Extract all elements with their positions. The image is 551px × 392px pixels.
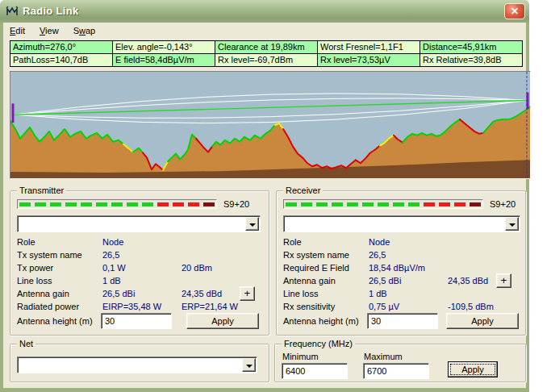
tx-row-role: RoleNode	[17, 237, 259, 249]
info-cell: Rx level=-69,7dBm	[215, 54, 317, 66]
info-cell: Distance=45,91km	[420, 41, 522, 53]
menu-view[interactable]: View	[40, 26, 59, 35]
menu-bar: Edit View Swap	[3, 23, 526, 39]
signal-segment	[362, 202, 374, 206]
close-button[interactable]: ✕	[504, 3, 525, 19]
info-cell: E field=58,4dBµV/m	[113, 54, 215, 66]
info-cell: PathLoss=140,7dB	[10, 54, 112, 66]
signal-segment	[301, 202, 312, 206]
window-title: Radio Link	[23, 5, 78, 17]
info-cell: Clearance at 19,89km	[215, 41, 317, 53]
rx-row-antenna-gain: Antenna gain26,5 dBi24,35 dBd	[283, 276, 525, 288]
receiver-group-label: Receiver	[283, 186, 323, 195]
net-combobox[interactable]	[17, 357, 257, 373]
title-bar: Radio Link ✕	[0, 0, 529, 23]
tx-antenna-height-label: Antenna height (m)	[17, 316, 93, 326]
signal-segment	[203, 202, 215, 206]
signal-segment	[393, 202, 404, 206]
frequency-min-label: Minimum	[282, 352, 319, 361]
rx-antenna-height-input[interactable]	[367, 313, 438, 329]
link-status-panel: Azimuth=276,0°Elev. angle=-0,143°Clearan…	[10, 40, 523, 67]
frequency-max-label: Maximum	[364, 352, 403, 361]
rx-unit-combobox-value	[284, 216, 504, 231]
signal-segment	[127, 202, 138, 206]
tx-unit-combobox-value	[18, 216, 244, 231]
signal-segment	[50, 202, 61, 206]
signal-segment	[332, 202, 343, 206]
frequency-group-label: Frequency (MHz)	[282, 339, 355, 348]
signal-segment	[35, 202, 46, 206]
rx-antenna-height-label: Antenna height (m)	[283, 316, 359, 326]
frequency-group: Frequency (MHz) Minimum Maximum Apply	[274, 344, 526, 382]
rx-row-sensitivity: Rx sensitivity0,75 µV-109,5 dBm	[283, 302, 525, 314]
tx-row-antenna-gain: Antenna gain26,5 dBi24,35 dBd	[17, 289, 259, 301]
rx-row-role: RoleNode	[283, 237, 525, 249]
info-cell: Azimuth=276,0°	[10, 41, 112, 53]
tx-signal-meter	[17, 199, 217, 209]
rx-unit-dropdown-icon[interactable]	[505, 217, 519, 231]
rx-signal-level: S9+20	[490, 199, 516, 209]
frequency-max-input[interactable]	[363, 363, 429, 379]
rx-row-system: Rx system name26,5	[283, 250, 525, 262]
info-cell: Worst Fresnel=1,1F1	[318, 41, 420, 53]
signal-segment	[81, 202, 92, 206]
tx-signal-level: S9+20	[223, 199, 249, 209]
signal-segment	[454, 202, 465, 206]
signal-segment	[188, 202, 199, 206]
signal-segment	[19, 202, 31, 206]
menu-edit[interactable]: Edit	[10, 26, 25, 35]
signal-segment	[439, 202, 450, 206]
signal-segment	[347, 202, 358, 206]
info-cell: Elev. angle=-0,143°	[113, 41, 215, 53]
signal-segment	[286, 202, 297, 206]
signal-segment	[408, 202, 420, 206]
tx-row-line-loss: Line loss1 dB	[17, 276, 259, 288]
signal-segment	[157, 202, 169, 206]
radio-link-window: Radio Link ✕ Edit View Swap Azimuth=276,…	[0, 0, 529, 392]
tx-antenna-gain-plus-button[interactable]: +	[240, 286, 255, 301]
app-icon	[6, 5, 19, 18]
signal-segment	[424, 202, 435, 206]
tx-apply-button[interactable]: Apply	[186, 313, 259, 329]
close-icon: ✕	[511, 6, 519, 17]
transmitter-group-label: Transmitter	[17, 186, 66, 195]
rx-antenna-gain-plus-button[interactable]: +	[496, 273, 511, 288]
signal-segment	[65, 202, 77, 206]
net-group-label: Net	[17, 339, 35, 348]
net-group: Net	[10, 344, 269, 382]
signal-segment	[96, 202, 107, 206]
tx-row-power: Tx power0,1 W20 dBm	[17, 263, 259, 275]
tx-antenna-height-input[interactable]	[101, 313, 172, 329]
frequency-min-input[interactable]	[282, 363, 348, 379]
signal-segment	[316, 202, 328, 206]
terrain-profile-chart[interactable]	[10, 71, 531, 179]
net-dropdown-icon[interactable]	[242, 358, 256, 372]
menu-swap[interactable]: Swap	[73, 26, 96, 35]
receiver-group: Receiver S9+20 RoleNode Rx system name26…	[276, 190, 526, 336]
rx-signal-meter	[283, 199, 483, 209]
tx-row-radiated-power: Radiated powerEIRP=35,48 WERP=21,64 W	[17, 302, 259, 314]
signal-segment	[142, 202, 153, 206]
info-cell: Rx level=73,53µV	[318, 54, 420, 66]
rx-unit-combobox[interactable]	[283, 215, 520, 232]
signal-segment	[173, 202, 184, 206]
signal-segment	[378, 202, 389, 206]
frequency-apply-button[interactable]: Apply	[448, 361, 498, 377]
tx-row-system: Tx system name26,5	[17, 250, 259, 262]
info-cell: Rx Relative=39,8dB	[420, 54, 522, 66]
signal-segment	[470, 202, 481, 206]
signal-segment	[111, 202, 123, 206]
transmitter-group: Transmitter S9+20 RoleNode Tx system nam…	[10, 190, 269, 336]
rx-apply-button[interactable]: Apply	[446, 313, 519, 329]
rx-row-required-e-field: Required E Field18,54 dBµV/m	[283, 263, 525, 275]
tx-unit-dropdown-icon[interactable]	[245, 217, 259, 231]
net-combobox-value	[18, 357, 241, 373]
rx-row-line-loss: Line loss1 dB	[283, 289, 525, 301]
tx-unit-combobox[interactable]	[17, 215, 261, 232]
